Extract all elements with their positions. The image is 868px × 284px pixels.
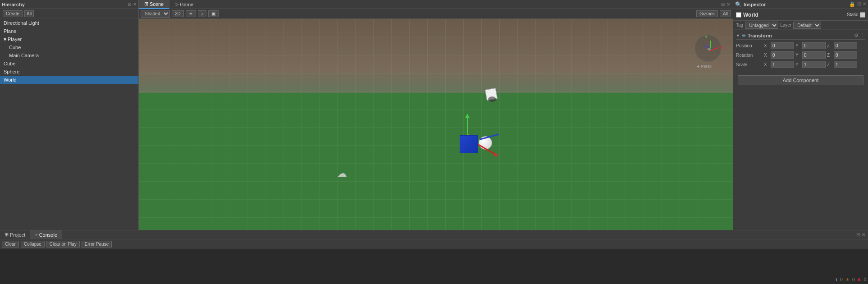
tab-scene[interactable]: ⊞ Scene bbox=[139, 0, 169, 9]
item-label: Main Camera bbox=[9, 53, 39, 58]
hierarchy-title: Hierarchy bbox=[2, 2, 25, 7]
scene-toolbar-right: Gizmos All bbox=[696, 10, 731, 17]
pos-x-label: X bbox=[764, 43, 769, 48]
console-toolbar: Clear Collapse Clear on Play Error Pause bbox=[0, 239, 868, 249]
list-item[interactable]: Plane bbox=[0, 27, 138, 35]
transform-collapse-icon[interactable]: ▼ bbox=[736, 33, 740, 38]
hierarchy-maximize-icon[interactable]: ⊟ bbox=[128, 2, 131, 7]
static-checkbox[interactable] bbox=[860, 12, 865, 18]
inspector-header: 🔍 Inspector 🔒 ⊟ ✕ bbox=[733, 0, 868, 9]
scale-label: Scale bbox=[736, 62, 762, 67]
layer-select[interactable]: Default bbox=[793, 22, 821, 29]
position-x-input[interactable] bbox=[771, 42, 794, 49]
rot-y-label: Y bbox=[795, 53, 801, 58]
scene-gizmo: Y X ◄ Persp bbox=[692, 32, 724, 69]
list-item[interactable]: Directional Light bbox=[0, 19, 138, 27]
create-button[interactable]: Create bbox=[3, 10, 23, 17]
lighting-button[interactable]: ☀ bbox=[186, 10, 196, 17]
gizmo-persp-button[interactable]: ◄ Persp bbox=[696, 64, 712, 69]
expand-icon: ▶ bbox=[3, 38, 7, 41]
list-item[interactable]: ▶ Player bbox=[0, 35, 138, 43]
transform-settings-icon[interactable]: ⚙ bbox=[854, 32, 859, 38]
hierarchy-list: Directional Light Plane ▶ Player Cube Ma… bbox=[0, 19, 138, 230]
bottom-tabs: ⊞ Project ≡ Console ⊟ ✕ bbox=[0, 230, 868, 239]
inspector-object-name: World bbox=[743, 12, 845, 18]
gizmos-all-button[interactable]: All bbox=[720, 10, 731, 17]
scale-z-input[interactable] bbox=[834, 61, 857, 68]
player-cube bbox=[460, 135, 478, 153]
console-close-icon[interactable]: ✕ bbox=[862, 232, 865, 237]
hierarchy-toolbar: Create All bbox=[0, 9, 138, 19]
item-label: World bbox=[4, 77, 17, 82]
list-item[interactable]: Main Camera bbox=[0, 51, 138, 60]
console-tab-label: Console bbox=[39, 232, 57, 238]
error-icon: ✖ bbox=[857, 277, 861, 282]
inspector-close-icon[interactable]: ✕ bbox=[863, 1, 866, 7]
gizmo-x-label: X bbox=[720, 45, 723, 50]
hierarchy-close-icon[interactable]: ✕ bbox=[133, 2, 137, 7]
scale-y-input[interactable] bbox=[802, 61, 826, 68]
console-maximize-icon[interactable]: ⊟ bbox=[856, 232, 860, 237]
scale-row: Scale X Y Z bbox=[736, 60, 865, 69]
clear-button[interactable]: Clear bbox=[2, 241, 19, 247]
tab-game[interactable]: ▷ Game bbox=[169, 0, 199, 9]
tag-select[interactable]: Untagged bbox=[745, 22, 778, 29]
list-item[interactable]: Cube bbox=[0, 60, 138, 68]
scl-y-label: Y bbox=[795, 62, 801, 67]
transform-controls: ⚙ ⋮ bbox=[854, 32, 865, 38]
inspector-lock-icon[interactable]: 🔒 bbox=[849, 1, 855, 7]
layer-label: Layer bbox=[780, 23, 791, 27]
item-label: Cube bbox=[9, 45, 21, 50]
rotation-label: Rotation bbox=[736, 53, 762, 58]
view-tabs: ⊞ Scene ▷ Game ⊟ ✕ bbox=[139, 0, 733, 9]
rotation-x-input[interactable] bbox=[771, 51, 794, 59]
game-tab-label: Game bbox=[180, 2, 193, 7]
info-icon: ℹ bbox=[836, 277, 837, 282]
hierarchy-panel: Hierarchy ⊟ ✕ Create All Directional Lig… bbox=[0, 0, 139, 230]
clear-on-play-button[interactable]: Clear on Play bbox=[46, 241, 80, 247]
audio-button[interactable]: ♪ bbox=[198, 10, 206, 17]
item-label: Plane bbox=[4, 28, 16, 34]
scene-maximize-icon[interactable]: ⊟ bbox=[721, 2, 725, 7]
error-pause-button[interactable]: Error Pause bbox=[82, 241, 112, 247]
hierarchy-controls: ⊟ ✕ bbox=[128, 2, 137, 7]
collapse-button[interactable]: Collapse bbox=[21, 241, 45, 247]
list-item-world[interactable]: World bbox=[0, 76, 138, 84]
gizmo-y-label: Y bbox=[705, 35, 708, 39]
console-status: ℹ 0 ⚠ 0 ✖ 0 bbox=[836, 277, 866, 282]
gizmos-button[interactable]: Gizmos bbox=[696, 10, 718, 17]
warning-icon: ⚠ bbox=[845, 277, 850, 282]
scene-close-icon[interactable]: ✕ bbox=[726, 2, 730, 7]
list-item[interactable]: Cube bbox=[0, 43, 138, 51]
tab-console[interactable]: ≡ Console bbox=[30, 230, 62, 239]
list-item[interactable]: Sphere bbox=[0, 68, 138, 76]
scene-objects: ☁ bbox=[139, 19, 733, 230]
transform-menu-icon[interactable]: ⋮ bbox=[860, 32, 865, 38]
position-z-input[interactable] bbox=[834, 42, 857, 49]
2d-button[interactable]: 2D bbox=[172, 10, 184, 17]
tab-project[interactable]: ⊞ Project bbox=[0, 230, 30, 239]
effects-button[interactable]: ▣ bbox=[208, 10, 219, 17]
console-content: ℹ 0 ⚠ 0 ✖ 0 bbox=[0, 249, 868, 284]
transform-section: ▼ ⊕ Transform ⚙ ⋮ Position X Y Z bbox=[733, 30, 868, 72]
scale-x-input[interactable] bbox=[771, 61, 794, 68]
shading-mode-select[interactable]: Shaded bbox=[141, 10, 170, 18]
item-label: Directional Light bbox=[4, 20, 39, 26]
position-y-input[interactable] bbox=[802, 42, 826, 49]
add-component-button[interactable]: Add Component bbox=[738, 75, 863, 85]
console-tab-icon: ≡ bbox=[35, 232, 37, 238]
scene-view[interactable]: ☁ Y X ◄ Persp bbox=[139, 19, 733, 230]
center-area: ⊞ Scene ▷ Game ⊟ ✕ Shaded 2D ☀ ♪ bbox=[139, 0, 733, 230]
hierarchy-header: Hierarchy ⊟ ✕ bbox=[0, 0, 138, 9]
inspector-panel-controls: 🔒 ⊟ ✕ bbox=[849, 1, 866, 7]
object-active-checkbox[interactable] bbox=[736, 12, 741, 18]
tag-label: Tag bbox=[736, 23, 743, 27]
rotation-z-input[interactable] bbox=[834, 51, 857, 59]
rotation-row: Rotation X Y Z bbox=[736, 51, 865, 59]
inspector-maximize-icon[interactable]: ⊟ bbox=[857, 1, 861, 7]
hierarchy-all-button[interactable]: All bbox=[24, 10, 34, 17]
item-label: Cube bbox=[4, 61, 15, 66]
warning-count: 0 bbox=[852, 277, 855, 282]
scene-panel-controls: ⊟ ✕ bbox=[721, 2, 733, 7]
rotation-y-input[interactable] bbox=[802, 51, 826, 59]
